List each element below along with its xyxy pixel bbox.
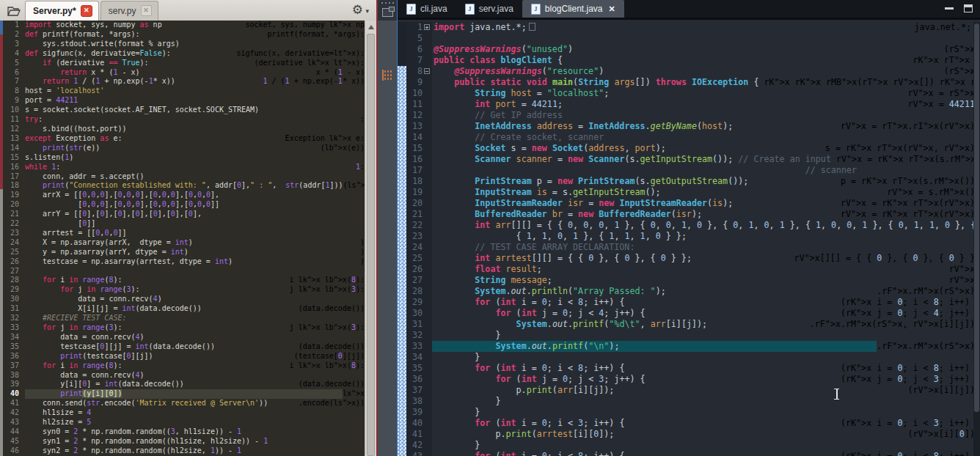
- code-line[interactable]: 7 return 1 / (1 + np.exp(-1* x)) 1 / (1 …: [3, 77, 365, 87]
- code-line[interactable]: 24 // TEST CASE ARRAY DECLARATION:: [398, 242, 980, 253]
- window-sash[interactable]: [376, 0, 397, 456]
- code-line[interactable]: 27: [3, 267, 365, 276]
- code-line[interactable]: 41 p.print(arrtest[i][0]);(rV">x[i][0]);: [398, 429, 980, 440]
- code-line[interactable]: 32 #RECIEVE TEST CASE:: [3, 314, 365, 323]
- code-line[interactable]: 45 syn1 = 2 * np.random.random((hl1size,…: [3, 437, 365, 446]
- code-line[interactable]: 8− @SuppressWarnings("resource")(rS">x): [398, 66, 980, 77]
- close-icon[interactable]: ✕: [141, 5, 152, 16]
- scroll-up-arrow-icon[interactable]: [367, 23, 375, 31]
- close-icon[interactable]: ✕: [81, 5, 92, 17]
- code-line[interactable]: 11 int port = 44211; rV">x = 44211;: [398, 99, 980, 110]
- code-line[interactable]: 19 arrX = [[0,0,0],[0,0,0],[0,0,0],[0,0,…: [3, 191, 365, 200]
- code-line[interactable]: 34 data = conn.recv(4): [3, 333, 365, 342]
- code-line[interactable]: 36 for (int j = 0; j < 3; j++) { (rK">x …: [398, 374, 980, 385]
- code-line[interactable]: 1import socket, sys, numpy as np socket,…: [3, 21, 365, 30]
- code-line[interactable]: 39 y[i][0] = int(data.decode())(data.dec…: [3, 380, 365, 389]
- tab-cli-java[interactable]: J cli.java: [398, 0, 456, 18]
- drag-dots-icon[interactable]: [381, 2, 394, 4]
- maximize-icon[interactable]: [964, 4, 973, 12]
- scrollbar-thumb[interactable]: [974, 23, 979, 412]
- fold-column[interactable]: −: [423, 66, 432, 77]
- tab-serv-java[interactable]: J serv.java: [456, 0, 522, 18]
- code-line[interactable]: 38 }: [398, 396, 980, 407]
- code-line[interactable]: 6@SuppressWarnings("unused")(rS">x): [398, 44, 980, 55]
- code-line[interactable]: 27 String message; rV">x;: [398, 275, 980, 286]
- code-line[interactable]: 9 public static void main(String args[])…: [398, 77, 980, 88]
- code-line[interactable]: 37 for i in range(8): i lk">x lb">x(8):: [3, 361, 365, 371]
- code-line[interactable]: 10s = socket.socket(socket.AF_INET, sock…: [3, 106, 365, 115]
- code-line[interactable]: 15s.listen(1): [3, 153, 365, 163]
- code-line[interactable]: 26 testcase = np.asarray(arrtest, dtype …: [3, 257, 365, 267]
- code-line[interactable]: 41 conn.send(str.encode('Matrix received…: [3, 399, 365, 408]
- code-line[interactable]: 40 for (int i = 0; i < 3; i++) { (rK">x …: [398, 418, 980, 429]
- code-line[interactable]: 17 conn, addr = s.accept(): [3, 172, 365, 182]
- close-icon[interactable]: ✕: [609, 4, 615, 14]
- code-line[interactable]: 34 }: [398, 352, 980, 363]
- tab-server-py[interactable]: Server.py* ✕: [25, 1, 99, 21]
- code-line[interactable]: 30 data = conn.recv(4): [3, 295, 365, 304]
- code-line[interactable]: 13 InetAddress address = InetAddress.get…: [398, 121, 980, 132]
- code-line[interactable]: 40 print(y[i][0])lx">x: [3, 389, 365, 399]
- tab-serv-py[interactable]: serv.py ✕: [100, 1, 158, 21]
- code-line[interactable]: 23 { 1, 1, 0, 1 }, { 1, 1, 1, 0 } };: [398, 231, 980, 242]
- code-line[interactable]: 16while 1: 1:: [3, 163, 365, 172]
- tab-blogclient-java[interactable]: J blogClient.java ✕: [522, 0, 624, 18]
- code-line[interactable]: 20 InputStreamReader isr = new InputStre…: [398, 198, 980, 209]
- code-line[interactable]: 28 for i in range(8): i lk">x lb">x(8):: [3, 276, 365, 285]
- code-line[interactable]: 36 print(testcase[0][j])(testcase[0][j]): [3, 352, 365, 361]
- code-line[interactable]: 24 X = np.asarray(arrX, dtype = int)): [3, 238, 365, 248]
- code-line[interactable]: 1+import java.net.*; java.net.*;: [398, 22, 980, 33]
- code-line[interactable]: 42 }: [398, 440, 980, 451]
- code-line[interactable]: 35 testcase[0][j] = int(data.decode())(d…: [3, 342, 365, 352]
- code-line[interactable]: 9port = 44211: [3, 96, 365, 106]
- code-line[interactable]: 38 data = conn.recv(4): [3, 371, 365, 380]
- code-line[interactable]: 29 for (int i = 0; i < 8; i++) { (rK">x …: [398, 297, 980, 308]
- python-code-area[interactable]: 1import socket, sys, numpy as np socket,…: [3, 21, 365, 456]
- code-line[interactable]: 19 InputStream is = s.getInputStream(); …: [398, 187, 980, 198]
- code-line[interactable]: 15 Socket s = new Socket(address, port);…: [398, 143, 980, 154]
- code-line[interactable]: 4def sigfunc(x, derivative=False): sigfu…: [3, 49, 365, 59]
- fold-column[interactable]: +: [423, 22, 432, 33]
- code-line[interactable]: 32 }: [398, 330, 980, 341]
- code-line[interactable]: 39 }: [398, 407, 980, 418]
- code-line[interactable]: 18 PrintStream p = new PrintStream(s.get…: [398, 176, 980, 187]
- code-line[interactable]: 10 String host = "localhost"; rV">x = rS…: [398, 88, 980, 99]
- code-line[interactable]: 14 // Create socket, scanner: [398, 132, 980, 143]
- minimize-icon[interactable]: [945, 4, 954, 11]
- code-line[interactable]: 29 for j in range(3): j lk">x lb">x(3):: [3, 285, 365, 295]
- code-line[interactable]: 44 syn0 = 2 * np.random.random((3, hl1si…: [3, 427, 365, 437]
- code-line[interactable]: 43 hl2size = 5: [3, 418, 365, 427]
- code-line[interactable]: 3 sys.stdout.write(format % args): [3, 40, 365, 49]
- code-line[interactable]: 12 // Get IP address: [398, 110, 980, 121]
- code-line[interactable]: 43 for (int i = 0; i < 8; i++) { (rK">x …: [398, 451, 980, 456]
- code-line[interactable]: 6 return x * (1 - x) x * (1 - x): [3, 68, 365, 78]
- code-line[interactable]: 21 BufferedReader br = new BufferedReade…: [398, 209, 980, 220]
- code-line[interactable]: 31 X[i][j] = int(data.decode())(data.dec…: [3, 304, 365, 314]
- code-line[interactable]: 25 y = np.asarray(arrY, dtype = int)): [3, 248, 365, 257]
- code-line[interactable]: 21 arrY = [[0],[0],[0],[0],[0],[0],[0],: [3, 210, 365, 219]
- code-line[interactable]: 28 System.out.println("Array Passed: ");…: [398, 286, 980, 297]
- code-line[interactable]: 20 [0,0,0],[0,0,0],[0,0,0],[0,0,0]]: [3, 200, 365, 210]
- code-line[interactable]: 31 System.out.printf("%d\t", arr[i][j]);…: [398, 319, 980, 330]
- code-line[interactable]: 37 p.print(arr[i][j]);(rV">x[i][j]);: [398, 385, 980, 396]
- code-line[interactable]: 11try::: [3, 115, 365, 125]
- folder-icon[interactable]: [4, 3, 23, 19]
- code-line[interactable]: 5 if (derivative == True): (derivative l…: [3, 59, 365, 68]
- code-line[interactable]: 14 print(str(e))(lb">x(e)): [3, 144, 365, 153]
- code-line[interactable]: 18 print("Connection established with: "…: [3, 181, 365, 191]
- code-line[interactable]: 33 for j in range(3): j lk">x lb">x(3):: [3, 323, 365, 333]
- scrollbar-thumb[interactable]: [367, 34, 375, 456]
- code-line[interactable]: 8host = 'localhost': [3, 87, 365, 96]
- right-vertical-scrollbar[interactable]: [973, 22, 980, 456]
- gear-icon[interactable]: ⚙: [352, 1, 363, 19]
- code-line[interactable]: 30 for (int j = 0; j < 4; j++) { (rK">x …: [398, 308, 980, 319]
- code-line[interactable]: 35 for (int i = 0; i < 8; i++) { (rK">x …: [398, 363, 980, 374]
- code-line[interactable]: 25 int arrtest[][] = { { 0 }, { 0 }, { 0…: [398, 253, 980, 264]
- code-line[interactable]: 26 float result; rV">x;: [398, 264, 980, 275]
- left-vertical-scrollbar[interactable]: [365, 21, 376, 456]
- code-line[interactable]: 22 [0]]: [3, 219, 365, 229]
- minimized-view-icon[interactable]: [382, 70, 392, 81]
- code-line[interactable]: 23 arrtest = [[0,0,0]]: [3, 229, 365, 238]
- code-line[interactable]: 13except Exception as e: Exception lk">x…: [3, 134, 365, 144]
- code-line[interactable]: 33 System.out.printf("\n");.rF">x.rM">x(…: [398, 341, 980, 352]
